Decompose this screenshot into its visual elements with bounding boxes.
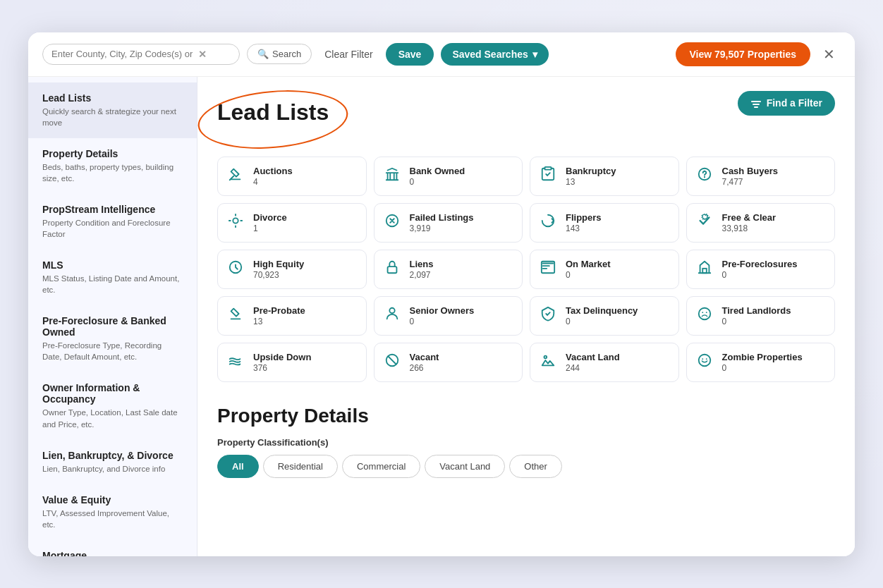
sidebar-item-mls[interactable]: MLS MLS Status, Listing Date and Amount,… xyxy=(28,250,197,305)
lead-card-count: 13 xyxy=(566,177,616,187)
sidebar-item-title: MLS xyxy=(42,259,183,271)
lead-card[interactable]: Liens 2,097 xyxy=(374,250,523,289)
clear-input-icon[interactable]: ✕ xyxy=(198,49,207,60)
lead-card[interactable]: Tired Landlords 0 xyxy=(686,296,836,336)
search-button[interactable]: 🔍 Search xyxy=(247,44,312,64)
lead-card[interactable]: Upside Down 376 xyxy=(217,343,367,382)
property-tab[interactable]: Commercial xyxy=(342,455,420,478)
lead-card[interactable]: Bankruptcy 13 xyxy=(530,157,679,196)
lead-card[interactable]: Cash Buyers 7,477 xyxy=(686,157,836,196)
sidebar-item-desc: MLS Status, Listing Date and Amount, etc… xyxy=(42,273,183,295)
sidebar-item-title: Lead Lists xyxy=(42,92,183,104)
lead-card-name: Divorce xyxy=(253,212,287,223)
lead-card[interactable]: Free & Clear 33,918 xyxy=(686,203,836,243)
lead-card-name: Auctions xyxy=(253,166,293,176)
lead-card[interactable]: High Equity 70,923 xyxy=(217,250,367,289)
property-tab[interactable]: Other xyxy=(509,455,562,478)
content-area: Lead Lists Quickly search & strategize y… xyxy=(28,77,855,556)
lead-card-icon xyxy=(384,166,403,186)
sidebar-item-lien-bankruptcy[interactable]: Lien, Bankruptcy, & Divorce Lien, Bankru… xyxy=(28,440,197,484)
lead-card-count: 0 xyxy=(410,177,465,187)
view-properties-button[interactable]: View 79,507 Properties xyxy=(676,42,811,66)
svg-rect-9 xyxy=(387,267,396,273)
sidebar-item-title: Mortgage xyxy=(42,550,183,556)
save-button[interactable]: Save xyxy=(386,43,434,66)
lead-card[interactable]: Tax Delinquency 0 xyxy=(530,296,679,336)
sidebar: Lead Lists Quickly search & strategize y… xyxy=(28,77,197,556)
lead-card[interactable]: Divorce 1 xyxy=(217,203,367,243)
lead-card-count: 0 xyxy=(722,270,798,280)
svg-rect-3 xyxy=(544,166,551,169)
sidebar-item-pre-foreclosure[interactable]: Pre-Foreclosure & Banked Owned Pre-Forec… xyxy=(28,305,197,372)
lead-cards-grid: Auctions 4 Bank Owned 0 Bankruptcy 13 Ca… xyxy=(217,157,835,382)
lead-card-icon xyxy=(384,259,403,279)
search-box: ✕ xyxy=(42,44,240,65)
sidebar-item-title: Lien, Bankruptcy, & Divorce xyxy=(42,450,183,461)
lead-card-icon xyxy=(228,166,246,186)
lead-card[interactable]: Vacant 266 xyxy=(374,343,523,382)
lead-card-icon xyxy=(540,353,559,372)
lead-card-name: Failed Listings xyxy=(410,212,474,223)
lead-card-icon xyxy=(540,213,559,233)
lead-card-name: Vacant Land xyxy=(566,352,620,362)
lead-card-icon xyxy=(384,306,403,326)
lead-card[interactable]: Pre-Probate 13 xyxy=(217,296,367,336)
lead-card[interactable]: On Market 0 xyxy=(530,250,679,289)
lead-card-count: 0 xyxy=(722,363,803,373)
sidebar-item-title: Value & Equity xyxy=(42,494,183,506)
lead-card-name: High Equity xyxy=(253,259,304,269)
svg-point-14 xyxy=(702,312,703,313)
sidebar-item-title: Pre-Foreclosure & Banked Owned xyxy=(42,315,183,338)
svg-point-17 xyxy=(698,354,710,366)
lead-card[interactable]: Pre-Foreclosures 0 xyxy=(686,250,836,289)
sidebar-item-mortgage[interactable]: Mortgage xyxy=(28,540,197,556)
sidebar-item-desc: Quickly search & strategize your next mo… xyxy=(42,106,183,128)
clear-filter-button[interactable]: Clear Filter xyxy=(319,44,378,64)
search-input[interactable] xyxy=(51,49,193,59)
lead-card-icon xyxy=(228,259,246,279)
lead-card-count: 0 xyxy=(722,317,791,326)
sidebar-item-lead-lists[interactable]: Lead Lists Quickly search & strategize y… xyxy=(28,82,197,138)
chevron-down-icon: ▾ xyxy=(532,49,537,60)
lead-card-icon xyxy=(540,166,559,186)
svg-point-6 xyxy=(233,218,238,223)
lead-card[interactable]: Vacant Land 244 xyxy=(530,343,679,382)
sidebar-item-title: Property Details xyxy=(42,148,183,159)
saved-searches-button[interactable]: Saved Searches ▾ xyxy=(441,43,548,66)
svg-rect-11 xyxy=(702,268,707,272)
sidebar-item-property-details[interactable]: Property Details Beds, baths, property t… xyxy=(28,138,197,194)
property-tab[interactable]: Vacant Land xyxy=(425,455,505,478)
lead-card-count: 376 xyxy=(253,363,311,373)
property-details-heading: Property Details xyxy=(217,405,835,427)
lead-card[interactable]: Flippers 143 xyxy=(530,203,679,243)
lead-card-count: 33,918 xyxy=(722,223,777,233)
svg-point-15 xyxy=(705,312,707,313)
find-filter-button[interactable]: Find a Filter xyxy=(738,91,835,116)
lead-card[interactable]: Zombie Properties 0 xyxy=(686,343,836,382)
lead-card-name: Bankruptcy xyxy=(566,166,616,176)
lead-card[interactable]: Senior Owners 0 xyxy=(374,296,523,336)
lead-card-name: On Market xyxy=(566,259,611,269)
lead-card-icon xyxy=(228,306,246,326)
search-icon: 🔍 xyxy=(257,49,269,59)
lead-card[interactable]: Bank Owned 0 xyxy=(374,157,523,196)
lead-card-icon xyxy=(228,213,246,233)
lead-card-icon xyxy=(697,213,715,233)
lead-card-name: Vacant xyxy=(410,352,439,362)
lead-card-name: Senior Owners xyxy=(410,305,475,316)
sidebar-item-owner-info[interactable]: Owner Information & Occupancy Owner Type… xyxy=(28,372,197,439)
svg-rect-0 xyxy=(751,101,761,102)
svg-point-16 xyxy=(544,355,547,358)
property-tab[interactable]: All xyxy=(217,455,259,478)
sidebar-item-value-equity[interactable]: Value & Equity LTV, Assessed Improvement… xyxy=(28,484,197,540)
sidebar-item-desc: Beds, baths, property types, building si… xyxy=(42,161,183,184)
lead-card-count: 0 xyxy=(566,317,638,326)
lead-card[interactable]: Auctions 4 xyxy=(217,157,367,196)
lead-card[interactable]: Failed Listings 3,919 xyxy=(374,203,523,243)
property-tab[interactable]: Residential xyxy=(263,455,338,478)
sidebar-item-propstream-intelligence[interactable]: PropStream Intelligence Property Conditi… xyxy=(28,194,197,250)
lead-card-icon xyxy=(540,306,559,326)
lead-card-count: 266 xyxy=(410,363,439,373)
svg-point-5 xyxy=(704,176,705,176)
close-button[interactable]: ✕ xyxy=(817,43,841,66)
